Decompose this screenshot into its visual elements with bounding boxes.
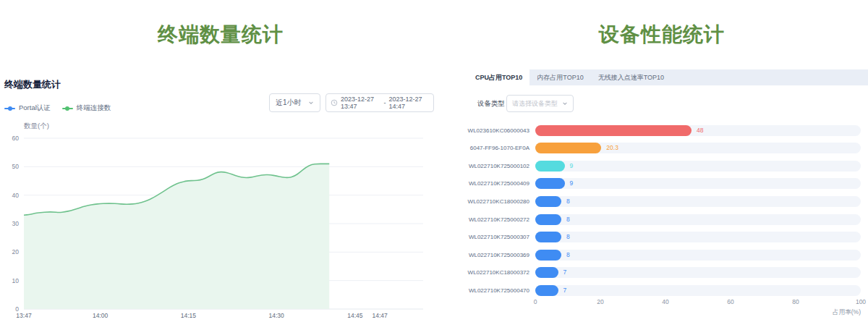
x-tick-label: 14:00: [93, 312, 109, 319]
time-range-select[interactable]: 近1小时: [269, 93, 320, 112]
bar-category-label: WL022710K725000409: [454, 178, 529, 189]
x-tick-label: 14:47: [373, 312, 388, 319]
bar-value-label: 8: [566, 214, 570, 225]
bar-value-label: 9: [570, 161, 574, 172]
bar-x-tick-label: 80: [785, 298, 807, 305]
y-tick-label: 40: [12, 192, 20, 199]
clock-icon: [331, 99, 338, 106]
legend-label: Portal认证: [19, 103, 51, 113]
bar-value-label: 8: [566, 232, 570, 242]
bar-category-label: 6047-FF96-1070-EF0A: [454, 143, 529, 153]
legend-dot-icon: [8, 106, 12, 111]
date-range-end: 2023-12-27 14:47: [389, 96, 430, 110]
left-page-title: 终端数量统计: [0, 21, 441, 48]
chevron-down-icon: [308, 100, 314, 106]
bar-x-tick-label: 60: [720, 298, 741, 305]
x-tick-label: 14:45: [347, 312, 363, 319]
x-tick-label: 14:15: [181, 312, 197, 319]
bar-track: [535, 161, 861, 172]
date-range-separator: -: [384, 99, 386, 106]
legend: Portal认证终端连接数: [4, 103, 111, 113]
bar-fill[interactable]: [535, 267, 558, 278]
bar-track: [535, 143, 861, 153]
legend-marker-icon: [4, 108, 15, 109]
x-tick-label: 14:30: [269, 312, 285, 319]
bar-chart-x-axis-label: 占用率(%): [803, 308, 861, 317]
date-range-start: 2023-12-27 13:47: [341, 96, 381, 110]
bar-category-label: WL022710K725000272: [454, 214, 529, 225]
bar-x-tick-label: 0: [524, 298, 546, 305]
bar-value-label: 48: [697, 125, 703, 136]
bar-value-label: 7: [563, 285, 567, 296]
device-performance-panel: 设备性能统计 CPU占用TOP10 内存占用TOP10 无线接入点速率TOP10…: [441, 0, 868, 330]
bar-category-label: WL022710K725000369: [454, 250, 529, 261]
bar-value-label: 8: [566, 250, 570, 261]
bar-track: [535, 232, 861, 242]
bar-category-label: WL022710KC18000372: [454, 267, 529, 278]
bar-track: [535, 267, 861, 278]
bar-fill[interactable]: [535, 178, 565, 189]
y-tick-label: 20: [12, 248, 20, 255]
bar-x-tick-label: 20: [590, 298, 611, 305]
y-axis-label: 数量(个): [24, 122, 49, 130]
bar-fill[interactable]: [535, 143, 601, 153]
bar-category-label: WL023610KC06000043: [454, 125, 529, 136]
bar-category-label: WL022710K725000307: [454, 232, 529, 242]
bar-category-label: WL022710K725000470: [454, 285, 529, 296]
bar-fill[interactable]: [535, 214, 561, 225]
legend-item-0[interactable]: Portal认证: [4, 103, 51, 113]
series-area[interactable]: [24, 164, 329, 309]
date-range-picker[interactable]: 2023-12-27 13:47 - 2023-12-27 14:47: [326, 93, 434, 112]
bar-category-label: WL022710KC18000280: [454, 196, 529, 207]
bar-fill[interactable]: [535, 285, 558, 296]
bar-fill[interactable]: [535, 161, 565, 172]
bar-track: [535, 250, 861, 261]
bar-value-label: 7: [563, 267, 567, 278]
bar-track: [535, 214, 861, 225]
bar-value-label: 8: [566, 196, 570, 207]
time-range-value: 近1小时: [276, 98, 302, 108]
cpu-top10-bar-chart: 占用率(%) WL023610KC06000043486047-FF96-107…: [441, 0, 868, 330]
legend-label: 终端连接数: [77, 103, 111, 113]
bar-category-label: WL022710K725000102: [454, 161, 529, 172]
bar-value-label: 9: [570, 178, 574, 189]
bar-fill[interactable]: [535, 232, 561, 242]
terminal-card-title: 终端数量统计: [4, 78, 61, 91]
legend-marker-icon: [62, 108, 73, 109]
bar-track: [535, 178, 861, 189]
bar-fill[interactable]: [535, 196, 561, 207]
bar-x-tick-label: 40: [655, 298, 676, 305]
bar-track: [535, 285, 861, 296]
y-tick-label: 10: [12, 277, 20, 284]
y-tick-label: 30: [12, 220, 20, 227]
bar-fill[interactable]: [535, 125, 692, 136]
bar-fill[interactable]: [535, 250, 561, 261]
y-tick-label: 60: [12, 135, 20, 142]
y-tick-label: 50: [12, 163, 20, 170]
bar-value-label: 20.3: [606, 143, 618, 153]
bar-track: [535, 196, 861, 207]
legend-item-1[interactable]: 终端连接数: [62, 103, 111, 113]
legend-dot-icon: [65, 106, 69, 111]
terminal-count-panel: 终端数量统计 终端数量统计 近1小时 2023-12-27 13:47 - 20…: [0, 0, 441, 330]
terminal-count-line-chart[interactable]: 数量(个)010203040506013:4714:0014:1514:3014…: [0, 117, 441, 330]
bar-x-tick-label: 100: [850, 298, 868, 305]
x-tick-label: 13:47: [16, 312, 32, 319]
